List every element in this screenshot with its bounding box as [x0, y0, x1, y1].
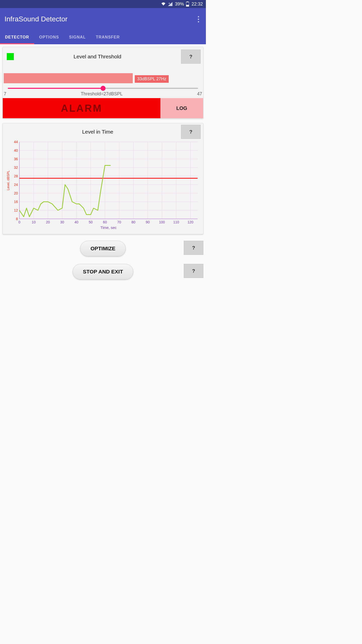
- tab-detector[interactable]: DETECTOR: [0, 30, 34, 44]
- signal-icon: R: [168, 2, 172, 6]
- tab-signal[interactable]: SIGNAL: [64, 30, 91, 44]
- help-button[interactable]: ?: [181, 125, 201, 139]
- status-indicator: [7, 53, 14, 60]
- svg-text:8: 8: [16, 217, 18, 221]
- log-button[interactable]: LOG: [160, 98, 203, 118]
- svg-text:50: 50: [89, 220, 93, 224]
- svg-text:R: R: [169, 2, 170, 5]
- battery-percent: 39%: [175, 2, 184, 7]
- wifi-icon: [161, 2, 166, 6]
- svg-text:12: 12: [14, 208, 18, 212]
- level-threshold-card: Level and Threshold ? 33dBSPL 27Hz 7 Thr…: [3, 47, 203, 118]
- svg-text:40: 40: [14, 148, 18, 152]
- tabs: DETECTOROPTIONSSIGNALTRANSFER: [0, 30, 206, 44]
- svg-text:28: 28: [14, 174, 18, 178]
- threshold-label: Threshold=27dBSPL: [6, 91, 197, 97]
- help-button[interactable]: ?: [181, 50, 201, 64]
- chart-title: Level in Time: [14, 129, 181, 135]
- slider-min: 7: [4, 91, 6, 97]
- optimize-button[interactable]: OPTIMIZE: [80, 241, 126, 256]
- svg-text:Time, sec: Time, sec: [100, 225, 117, 230]
- help-button[interactable]: ?: [184, 241, 203, 255]
- svg-text:0: 0: [18, 220, 20, 224]
- level-bar-row: 33dBSPL 27Hz: [4, 73, 202, 83]
- svg-text:30: 30: [60, 220, 64, 224]
- svg-text:60: 60: [103, 220, 107, 224]
- tab-transfer[interactable]: TRANSFER: [91, 30, 125, 44]
- slider-max: 47: [197, 91, 202, 97]
- battery-icon: [186, 2, 189, 7]
- svg-text:32: 32: [14, 166, 18, 170]
- card-title: Level and Threshold: [14, 54, 181, 60]
- svg-text:24: 24: [14, 183, 18, 187]
- stop-and-exit-button[interactable]: STOP AND EXIT: [73, 264, 133, 279]
- slider-labels: 7 Threshold=27dBSPL 47: [3, 91, 203, 98]
- tab-options[interactable]: OPTIONS: [34, 30, 64, 44]
- svg-text:44: 44: [14, 140, 18, 144]
- app-bar: InfraSound Detector DETECTOROPTIONSSIGNA…: [0, 8, 206, 44]
- status-bar: R 39% 22:32: [0, 0, 206, 8]
- svg-text:90: 90: [146, 220, 150, 224]
- svg-text:10: 10: [32, 220, 36, 224]
- app-title: InfraSound Detector: [5, 15, 68, 23]
- threshold-slider[interactable]: [8, 86, 198, 91]
- svg-text:110: 110: [173, 220, 179, 224]
- svg-text:40: 40: [74, 220, 78, 224]
- clock: 22:32: [192, 2, 203, 7]
- svg-text:120: 120: [188, 220, 194, 224]
- level-time-chart: 8121620242832364044010203040506070809010…: [6, 140, 200, 230]
- help-button[interactable]: ?: [184, 264, 203, 278]
- alarm-indicator: ALARM: [3, 98, 160, 118]
- svg-text:100: 100: [159, 220, 165, 224]
- level-badge: 33dBSPL 27Hz: [135, 75, 169, 83]
- svg-text:70: 70: [117, 220, 121, 224]
- level-bar: [4, 73, 133, 83]
- svg-text:20: 20: [14, 191, 18, 195]
- level-in-time-card: Level in Time ? 812162024283236404401020…: [3, 123, 203, 234]
- svg-text:36: 36: [14, 157, 18, 161]
- overflow-menu-icon[interactable]: [195, 16, 201, 22]
- svg-text:20: 20: [46, 220, 50, 224]
- svg-text:16: 16: [14, 200, 18, 204]
- svg-text:80: 80: [131, 220, 135, 224]
- svg-text:Level, dBSPL: Level, dBSPL: [6, 171, 10, 190]
